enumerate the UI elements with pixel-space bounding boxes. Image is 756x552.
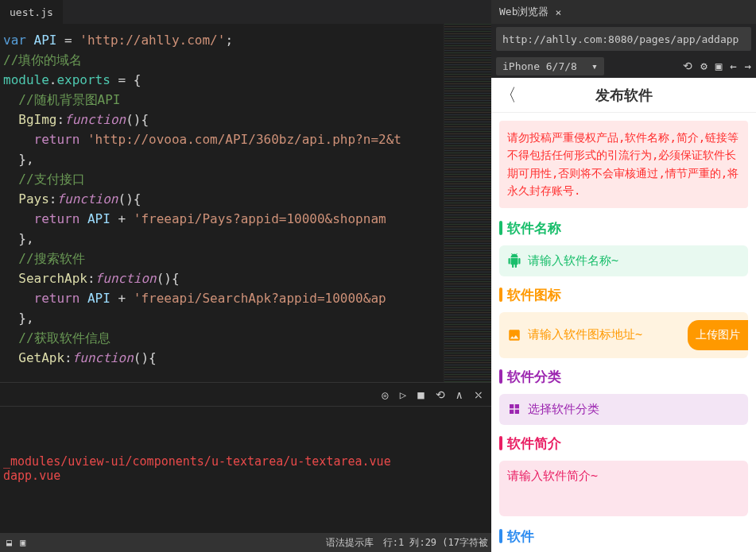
nav-back-icon[interactable]: ← (730, 60, 736, 72)
warning-notice: 请勿投稿严重侵权产品,软件名称,简介,链接等不得包括任何形式的引流行为,必须保证… (499, 121, 748, 208)
accent-bar (499, 369, 502, 384)
icon-placeholder: 请输入软件图标地址~ (528, 327, 681, 342)
accent-bar (499, 529, 502, 543)
sync-icon[interactable]: ⟲ (436, 388, 445, 401)
url-bar[interactable]: http://ahlly.com:8080/pages/app/addapp (496, 27, 751, 51)
close-icon[interactable]: × (555, 6, 561, 18)
page-title: 发布软件 (491, 86, 756, 105)
editor-tab-bar: uest.js (0, 0, 491, 24)
code-comment: //填你的域名 (3, 52, 82, 68)
grid-icon (507, 402, 521, 416)
terminal-line: _modules/uview-ui/components/u-textarea/… (3, 454, 391, 469)
code-func-name: Pays (3, 191, 49, 207)
back-icon[interactable]: 〈 (499, 83, 517, 107)
code-comment: //支付接口 (3, 172, 85, 187)
section-label-icon: 软件图标 (507, 286, 561, 304)
target-icon[interactable]: ◎ (382, 388, 388, 401)
code-op: = (64, 33, 79, 48)
accent-bar (499, 436, 502, 450)
image-icon (507, 328, 521, 342)
section-label-name: 软件名称 (507, 219, 561, 237)
device-selector[interactable]: iPhone 6/7/8 ▾ (496, 57, 604, 75)
terminal[interactable]: _modules/uview-ui/components/u-textarea/… (0, 406, 491, 533)
preview-header: 〈 发布软件 (491, 78, 756, 113)
editor-tab[interactable]: uest.js (0, 0, 63, 24)
gear-icon[interactable]: ⚙ (700, 60, 707, 72)
chevron-down-icon: ▾ (591, 60, 598, 72)
code-module: module (3, 72, 49, 87)
status-icon[interactable]: ⬓ (6, 537, 12, 548)
close-panel-icon[interactable]: ⤬ (474, 388, 483, 401)
code-var: API (26, 33, 64, 48)
software-icon-input[interactable]: 请输入软件图标地址~ 上传图片 (499, 312, 748, 358)
status-bar: ⬓ ▣ 语法提示库 行:1 列:29 (17字符被 (0, 533, 491, 552)
upload-image-button[interactable]: 上传图片 (688, 320, 748, 350)
software-category-select[interactable]: 选择软件分类 (499, 394, 748, 425)
section-label-desc: 软件简介 (507, 434, 561, 453)
software-name-input[interactable]: 请输入软件名称~ (499, 245, 748, 276)
mobile-preview: 〈 发布软件 请勿投稿严重侵权产品,软件名称,简介,链接等不得包括任何形式的引流… (491, 78, 756, 552)
panel-toolbar: ◎ ▷ ■ ⟲ ∧ ⤬ (0, 382, 491, 406)
software-desc-textarea[interactable]: 请输入软件简介~ (499, 461, 748, 516)
nav-fwd-icon[interactable]: → (745, 60, 751, 72)
name-placeholder: 请输入软件名称~ (528, 253, 618, 268)
terminal-line: dapp.vue (3, 469, 60, 483)
code-semi: ; (225, 33, 233, 48)
screenshot-icon[interactable]: ▣ (715, 60, 722, 72)
code-str: 'http://ahlly.com/' (79, 33, 225, 48)
code-func-name: SearchApk (3, 271, 87, 286)
code-func-name: GetApk (3, 350, 64, 365)
section-label-category: 软件分类 (507, 368, 561, 386)
browser-tab-title[interactable]: Web浏览器 (499, 5, 549, 19)
minimap[interactable] (444, 24, 491, 382)
accent-bar (499, 288, 502, 302)
android-icon (507, 253, 521, 268)
device-name: iPhone 6/7/8 (502, 60, 577, 72)
collapse-icon[interactable]: ∧ (456, 388, 463, 401)
device-toolbar: iPhone 6/7/8 ▾ ⟲ ⚙ ▣ ← → (491, 54, 756, 78)
section-label-next: 软件 (507, 527, 534, 546)
desc-placeholder: 请输入软件简介~ (507, 469, 598, 484)
code-kw: var (3, 33, 26, 48)
code-comment: //随机背景图API (3, 92, 120, 107)
terminal-icon[interactable]: ▣ (20, 537, 25, 548)
category-placeholder: 选择软件分类 (528, 402, 599, 417)
code-editor[interactable]: var API = 'http://ahlly.com/'; //填你的域名 m… (0, 24, 444, 382)
stop-icon[interactable]: ■ (417, 388, 424, 401)
browser-tab-bar: Web浏览器 × (491, 0, 756, 24)
run-icon[interactable]: ▷ (400, 388, 406, 401)
status-cursor-pos[interactable]: 行:1 列:29 (17字符被 (383, 536, 488, 550)
status-syntax[interactable]: 语法提示库 (326, 536, 374, 550)
code-comment: //获取软件信息 (3, 330, 110, 345)
rotate-icon[interactable]: ⟲ (683, 60, 692, 72)
code-return: return (3, 132, 79, 147)
code-comment: //搜索软件 (3, 251, 85, 266)
accent-bar (499, 221, 502, 235)
code-func-name: BgImg (3, 112, 56, 127)
